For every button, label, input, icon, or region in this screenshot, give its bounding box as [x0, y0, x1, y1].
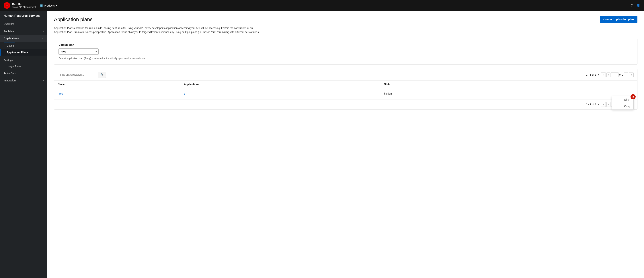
default-plan-select[interactable]: Free Basic Pro Premium — [58, 48, 98, 55]
sidebar-item-integration[interactable]: Integration › — [0, 77, 48, 84]
col-header-actions — [513, 80, 637, 88]
bottom-prev-page-button[interactable]: ‹ — [606, 102, 610, 107]
col-header-name: Name — [54, 80, 180, 88]
top-pagination: 1 - 1 of 1 ▼ « ‹ 1 of 1 › » — [586, 72, 634, 77]
sidebar-item-usage-rules[interactable]: Usage Rules — [0, 63, 48, 70]
table-body: Free 1 hidden ⋮ Publish Copy 3 — [54, 88, 637, 99]
bottom-toolbar: 1 - 1 of 1 ▼ « ‹ 1 of 1 › » — [54, 99, 637, 109]
bottom-first-page-button[interactable]: « — [601, 102, 606, 107]
page-range-label: 1 - 1 of 1 — [586, 73, 596, 76]
sidebar-item-application-plans[interactable]: Application Plans — [0, 49, 48, 56]
listing-label: Listing — [6, 44, 14, 47]
action-badge: 3 — [630, 94, 636, 99]
logo-text: Red Hat 3scale API Management — [12, 2, 36, 8]
menu-item-copy[interactable]: Copy — [612, 103, 634, 110]
sidebar-service-name: Human Resource Services — [0, 11, 48, 20]
bottom-pagination-dropdown-icon[interactable]: ▼ — [598, 103, 600, 106]
table-row: Free 1 hidden ⋮ Publish Copy 3 — [54, 88, 637, 99]
row-name-cell: Free — [54, 88, 180, 99]
grid-icon: ⊞ — [40, 4, 43, 8]
top-nav: Red Hat 3scale API Management ⊞ Products… — [0, 0, 644, 11]
col-header-applications: Applications — [180, 80, 380, 88]
pagination-nav: « ‹ 1 of 1 › » — [601, 72, 634, 77]
table-section: 🔍 1 - 1 of 1 ▼ « ‹ 1 of 1 › » — [54, 69, 638, 110]
default-plan-select-wrapper: Free Basic Pro Premium ▾ — [58, 48, 98, 55]
chevron-down-icon: ▾ — [56, 4, 57, 7]
layout: Human Resource Services Overview Analyti… — [0, 11, 644, 278]
products-menu[interactable]: ⊞ Products ▾ — [40, 4, 57, 8]
redhat-logo[interactable]: Red Hat 3scale API Management — [4, 2, 36, 9]
last-page-button[interactable]: » — [629, 72, 634, 77]
products-label: Products — [44, 4, 55, 7]
dropdown-menu: Publish Copy 3 — [612, 96, 634, 110]
search-button[interactable]: 🔍 — [98, 72, 106, 78]
default-plan-section: Default plan Free Basic Pro Premium ▾ De… — [54, 38, 638, 65]
user-button[interactable]: 👤 — [636, 4, 640, 8]
redhat-logo-icon — [4, 2, 10, 9]
sidebar-item-listing[interactable]: Listing — [0, 42, 48, 49]
chevron-down-icon: ⌄ — [42, 37, 44, 40]
table-head: Name Applications State — [54, 80, 637, 88]
page-header: Application plans Create Application pla… — [48, 11, 644, 26]
prev-page-button[interactable]: ‹ — [606, 72, 610, 77]
sidebar-item-applications[interactable]: Applications ⌄ — [0, 35, 48, 42]
row-name-link[interactable]: Free — [58, 92, 63, 95]
sidebar-item-applications-label: Applications — [4, 37, 19, 40]
activedocs-label: ActiveDocs — [4, 72, 16, 75]
search-input[interactable] — [58, 72, 98, 78]
bottom-pagination-info: 1 - 1 of 1 ▼ — [586, 103, 600, 106]
top-nav-left: Red Hat 3scale API Management ⊞ Products… — [4, 2, 57, 9]
table-header-row: Name Applications State — [54, 80, 637, 88]
search-icon: 🔍 — [100, 73, 104, 76]
row-state-cell: hidden — [380, 88, 513, 99]
row-applications-link[interactable]: 1 — [184, 92, 185, 95]
chevron-right-icon-integration: › — [43, 79, 44, 82]
usage-rules-label: Usage Rules — [6, 65, 21, 68]
menu-item-publish[interactable]: Publish — [612, 96, 634, 103]
logo-line1: Red Hat — [12, 2, 36, 6]
current-page-input[interactable]: 1 — [611, 72, 618, 77]
first-page-button[interactable]: « — [601, 72, 606, 77]
settings-section-label: Settings — [0, 56, 48, 63]
sidebar: Human Resource Services Overview Analyti… — [0, 11, 48, 278]
table-toolbar: 🔍 1 - 1 of 1 ▼ « ‹ 1 of 1 › » — [54, 69, 637, 80]
search-box: 🔍 — [58, 72, 106, 78]
sidebar-item-overview-label: Overview — [4, 22, 14, 25]
integration-label: Integration — [4, 79, 16, 82]
col-header-state: State — [380, 80, 513, 88]
next-page-button[interactable]: › — [624, 72, 628, 77]
logo-line2: 3scale API Management — [12, 6, 36, 8]
pagination-info: 1 - 1 of 1 ▼ — [586, 73, 600, 76]
application-plans-table: Name Applications State Free 1 — [54, 80, 637, 99]
row-applications-cell: 1 — [180, 88, 380, 99]
help-button[interactable]: ? — [631, 4, 633, 8]
sidebar-item-analytics[interactable]: Analytics › — [0, 28, 48, 35]
create-application-plan-button[interactable]: Create Application plan — [600, 16, 638, 23]
main-content: Application plans Create Application pla… — [48, 11, 644, 278]
sidebar-item-analytics-label: Analytics — [4, 30, 14, 32]
bottom-page-range-label: 1 - 1 of 1 — [586, 103, 596, 106]
of-label: of 1 — [619, 73, 624, 76]
page-description: Application Plans establish the rules (l… — [48, 26, 266, 38]
chevron-right-icon: › — [43, 30, 44, 32]
sidebar-item-activedocs[interactable]: ActiveDocs — [0, 70, 48, 77]
row-actions-cell: ⋮ Publish Copy 3 — [513, 88, 637, 99]
pagination-dropdown-icon[interactable]: ▼ — [598, 74, 600, 76]
top-nav-right: ? 👤 — [631, 4, 640, 8]
page-title: Application plans — [54, 16, 92, 22]
default-plan-label: Default plan — [58, 43, 633, 46]
default-plan-helper: Default application plan (if any) is sel… — [58, 56, 633, 60]
sidebar-item-overview[interactable]: Overview — [0, 20, 48, 28]
application-plans-label: Application Plans — [6, 51, 28, 54]
